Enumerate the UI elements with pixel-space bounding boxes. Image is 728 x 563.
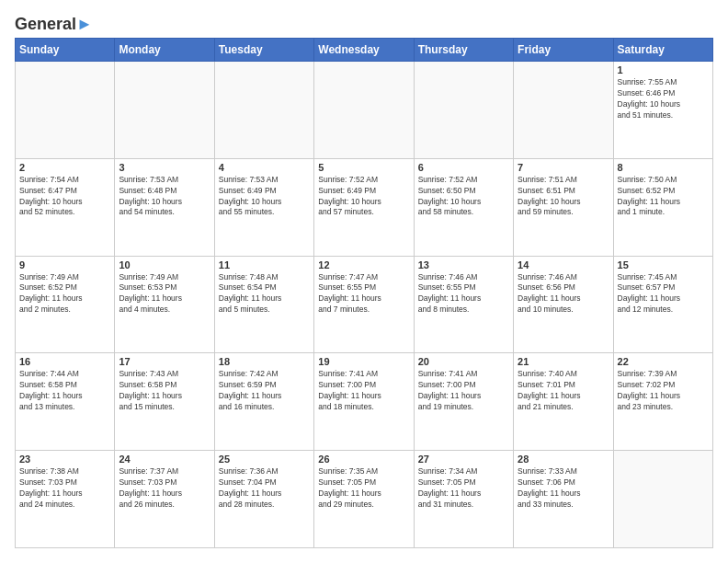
- calendar-week-2: 2Sunrise: 7:54 AM Sunset: 6:47 PM Daylig…: [16, 158, 713, 256]
- day-number: 8: [618, 162, 709, 173]
- day-info: Sunrise: 7:53 AM Sunset: 6:48 PM Dayligh…: [119, 175, 210, 219]
- calendar-cell: 24Sunrise: 7:37 AM Sunset: 7:03 PM Dayli…: [115, 451, 214, 548]
- day-number: 25: [219, 454, 310, 465]
- calendar-cell: [613, 451, 712, 548]
- calendar-cell: 10Sunrise: 7:49 AM Sunset: 6:53 PM Dayli…: [115, 256, 214, 353]
- day-info: Sunrise: 7:51 AM Sunset: 6:51 PM Dayligh…: [518, 175, 609, 219]
- day-info: Sunrise: 7:35 AM Sunset: 7:05 PM Dayligh…: [318, 466, 409, 511]
- day-number: 27: [418, 454, 509, 465]
- day-info: Sunrise: 7:55 AM Sunset: 6:46 PM Dayligh…: [618, 77, 709, 121]
- day-info: Sunrise: 7:47 AM Sunset: 6:55 PM Dayligh…: [318, 272, 409, 316]
- day-info: Sunrise: 7:53 AM Sunset: 6:49 PM Dayligh…: [219, 175, 310, 219]
- day-number: 20: [418, 356, 509, 367]
- day-header-friday: Friday: [514, 39, 613, 62]
- day-info: Sunrise: 7:45 AM Sunset: 6:57 PM Dayligh…: [618, 272, 709, 316]
- day-header-monday: Monday: [115, 39, 214, 62]
- day-info: Sunrise: 7:49 AM Sunset: 6:53 PM Dayligh…: [119, 272, 210, 316]
- day-info: Sunrise: 7:38 AM Sunset: 7:03 PM Dayligh…: [19, 466, 110, 511]
- day-number: 18: [219, 356, 310, 367]
- day-info: Sunrise: 7:36 AM Sunset: 7:04 PM Dayligh…: [219, 466, 310, 511]
- calendar-cell: [214, 62, 313, 159]
- day-number: 17: [119, 356, 210, 367]
- day-header-wednesday: Wednesday: [314, 39, 414, 62]
- day-info: Sunrise: 7:41 AM Sunset: 7:00 PM Dayligh…: [418, 369, 509, 413]
- calendar-cell: 23Sunrise: 7:38 AM Sunset: 7:03 PM Dayli…: [16, 451, 115, 548]
- day-number: 6: [418, 162, 509, 173]
- day-info: Sunrise: 7:50 AM Sunset: 6:52 PM Dayligh…: [618, 175, 709, 219]
- day-info: Sunrise: 7:39 AM Sunset: 7:02 PM Dayligh…: [618, 369, 709, 413]
- calendar-cell: 3Sunrise: 7:53 AM Sunset: 6:48 PM Daylig…: [115, 158, 214, 256]
- day-header-saturday: Saturday: [613, 39, 712, 62]
- day-number: 9: [19, 259, 110, 270]
- calendar-cell: 9Sunrise: 7:49 AM Sunset: 6:52 PM Daylig…: [16, 256, 115, 353]
- calendar-cell: [514, 62, 613, 159]
- day-info: Sunrise: 7:37 AM Sunset: 7:03 PM Dayligh…: [119, 466, 210, 511]
- day-info: Sunrise: 7:43 AM Sunset: 6:58 PM Dayligh…: [119, 369, 210, 413]
- logo-text: General►: [15, 15, 93, 34]
- day-number: 13: [418, 259, 509, 270]
- calendar-week-3: 9Sunrise: 7:49 AM Sunset: 6:52 PM Daylig…: [16, 256, 713, 353]
- calendar-cell: [16, 62, 115, 159]
- page: General► SundayMondayTuesdayWednesdayThu…: [0, 0, 728, 563]
- day-number: 23: [19, 454, 110, 465]
- calendar-cell: 21Sunrise: 7:40 AM Sunset: 7:01 PM Dayli…: [514, 353, 613, 451]
- day-info: Sunrise: 7:46 AM Sunset: 6:55 PM Dayligh…: [418, 272, 509, 316]
- calendar-cell: [115, 62, 214, 159]
- calendar-header-row: SundayMondayTuesdayWednesdayThursdayFrid…: [16, 39, 713, 62]
- day-number: 28: [518, 454, 609, 465]
- day-number: 2: [19, 162, 110, 173]
- calendar-cell: 26Sunrise: 7:35 AM Sunset: 7:05 PM Dayli…: [314, 451, 414, 548]
- day-number: 21: [518, 356, 609, 367]
- calendar-cell: [414, 62, 513, 159]
- calendar-cell: 15Sunrise: 7:45 AM Sunset: 6:57 PM Dayli…: [613, 256, 712, 353]
- day-number: 5: [318, 162, 409, 173]
- day-info: Sunrise: 7:48 AM Sunset: 6:54 PM Dayligh…: [219, 272, 310, 316]
- day-number: 14: [518, 259, 609, 270]
- day-number: 12: [318, 259, 409, 270]
- day-number: 22: [618, 356, 709, 367]
- day-number: 4: [219, 162, 310, 173]
- day-info: Sunrise: 7:54 AM Sunset: 6:47 PM Dayligh…: [19, 175, 110, 219]
- day-number: 24: [119, 454, 210, 465]
- day-info: Sunrise: 7:41 AM Sunset: 7:00 PM Dayligh…: [318, 369, 409, 413]
- calendar-cell: 11Sunrise: 7:48 AM Sunset: 6:54 PM Dayli…: [214, 256, 313, 353]
- calendar-table: SundayMondayTuesdayWednesdayThursdayFrid…: [15, 38, 713, 548]
- day-number: 26: [318, 454, 409, 465]
- calendar-cell: 2Sunrise: 7:54 AM Sunset: 6:47 PM Daylig…: [16, 158, 115, 256]
- calendar-week-1: 1Sunrise: 7:55 AM Sunset: 6:46 PM Daylig…: [16, 62, 713, 159]
- calendar-week-5: 23Sunrise: 7:38 AM Sunset: 7:03 PM Dayli…: [16, 451, 713, 548]
- day-info: Sunrise: 7:49 AM Sunset: 6:52 PM Dayligh…: [19, 272, 110, 316]
- calendar-cell: 20Sunrise: 7:41 AM Sunset: 7:00 PM Dayli…: [414, 353, 513, 451]
- header: General►: [15, 15, 713, 30]
- calendar-cell: 6Sunrise: 7:52 AM Sunset: 6:50 PM Daylig…: [414, 158, 513, 256]
- calendar-cell: 12Sunrise: 7:47 AM Sunset: 6:55 PM Dayli…: [314, 256, 414, 353]
- calendar-cell: 13Sunrise: 7:46 AM Sunset: 6:55 PM Dayli…: [414, 256, 513, 353]
- calendar-cell: [314, 62, 414, 159]
- day-info: Sunrise: 7:52 AM Sunset: 6:50 PM Dayligh…: [418, 175, 509, 219]
- day-number: 11: [219, 259, 310, 270]
- day-header-sunday: Sunday: [16, 39, 115, 62]
- calendar-cell: 5Sunrise: 7:52 AM Sunset: 6:49 PM Daylig…: [314, 158, 414, 256]
- day-info: Sunrise: 7:46 AM Sunset: 6:56 PM Dayligh…: [518, 272, 609, 316]
- calendar-cell: 19Sunrise: 7:41 AM Sunset: 7:00 PM Dayli…: [314, 353, 414, 451]
- calendar-cell: 28Sunrise: 7:33 AM Sunset: 7:06 PM Dayli…: [514, 451, 613, 548]
- day-number: 16: [19, 356, 110, 367]
- calendar-cell: 4Sunrise: 7:53 AM Sunset: 6:49 PM Daylig…: [214, 158, 313, 256]
- calendar-cell: 18Sunrise: 7:42 AM Sunset: 6:59 PM Dayli…: [214, 353, 313, 451]
- calendar-cell: 1Sunrise: 7:55 AM Sunset: 6:46 PM Daylig…: [613, 62, 712, 159]
- day-info: Sunrise: 7:44 AM Sunset: 6:58 PM Dayligh…: [19, 369, 110, 413]
- calendar-cell: 27Sunrise: 7:34 AM Sunset: 7:05 PM Dayli…: [414, 451, 513, 548]
- day-number: 15: [618, 259, 709, 270]
- calendar-cell: 7Sunrise: 7:51 AM Sunset: 6:51 PM Daylig…: [514, 158, 613, 256]
- day-info: Sunrise: 7:40 AM Sunset: 7:01 PM Dayligh…: [518, 369, 609, 413]
- day-info: Sunrise: 7:33 AM Sunset: 7:06 PM Dayligh…: [518, 466, 609, 511]
- logo: General►: [15, 15, 93, 30]
- day-number: 7: [518, 162, 609, 173]
- calendar-cell: 8Sunrise: 7:50 AM Sunset: 6:52 PM Daylig…: [613, 158, 712, 256]
- calendar-week-4: 16Sunrise: 7:44 AM Sunset: 6:58 PM Dayli…: [16, 353, 713, 451]
- day-number: 19: [318, 356, 409, 367]
- calendar-cell: 16Sunrise: 7:44 AM Sunset: 6:58 PM Dayli…: [16, 353, 115, 451]
- calendar-cell: 17Sunrise: 7:43 AM Sunset: 6:58 PM Dayli…: [115, 353, 214, 451]
- day-number: 3: [119, 162, 210, 173]
- day-info: Sunrise: 7:42 AM Sunset: 6:59 PM Dayligh…: [219, 369, 310, 413]
